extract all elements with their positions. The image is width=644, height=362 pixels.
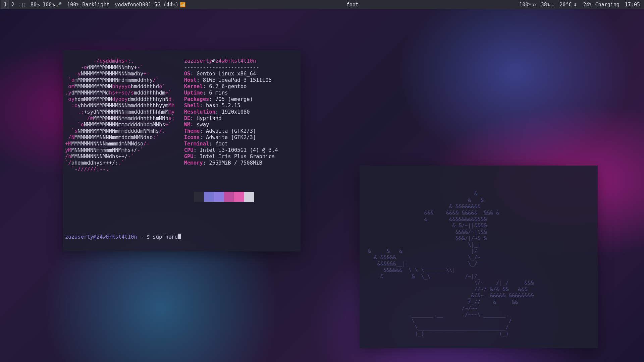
temperature-indicator[interactable]: 20°C 🌡: [557, 0, 580, 9]
cpu-text: 100%: [519, 2, 531, 8]
window-title: foot: [188, 2, 517, 8]
disk-indicator[interactable]: 38% ≡: [538, 0, 557, 9]
workspace-1[interactable]: 1: [1, 0, 9, 9]
wifi-text: vodafoneD001-5G (44%): [115, 2, 179, 8]
cpu-icon: ⚙: [533, 2, 535, 7]
color-swatch-1: [204, 192, 214, 202]
workspace-2[interactable]: 2: [9, 0, 17, 9]
wifi-indicator[interactable]: vodafoneD001-5G (44%) 📶: [112, 0, 189, 9]
prompt-command: sup nerd: [153, 234, 178, 240]
spacer: [65, 208, 299, 215]
battery-indicator[interactable]: 24% Charging: [580, 0, 622, 9]
color-swatch-3: [224, 192, 234, 202]
disk-text: 38%: [541, 2, 550, 8]
neofetch-output: -/oyddmdhs+:. zazaserty@z4w0rkst4t10n -o…: [65, 58, 299, 173]
volume-indicator[interactable]: 80% 100% 🎤: [28, 0, 64, 9]
color-swatches: [194, 192, 299, 202]
terminal-neofetch[interactable]: -/oyddmdhs+:. zazaserty@z4w0rkst4t10n -o…: [63, 50, 301, 251]
bar-left: 1 2 👁⃠ 80% 100% 🎤 100% Backlight vodafon…: [1, 0, 188, 9]
spacer: [65, 221, 299, 227]
bonsai-art: & & & & &&&&&&&& &&& &&&& &&&&& &&& & & …: [362, 191, 596, 337]
cursor: [178, 234, 181, 239]
backlight-indicator[interactable]: 100% Backlight: [64, 0, 112, 9]
prompt-symbol: $: [147, 234, 150, 240]
eye-slash-icon: 👁⃠: [19, 2, 25, 7]
wifi-icon: 📶: [180, 2, 185, 7]
status-bar: 1 2 👁⃠ 80% 100% 🎤 100% Backlight vodafon…: [0, 0, 644, 9]
temp-text: 20°C: [559, 2, 572, 8]
terminal-bonsai[interactable]: & & & & &&&&&&&& &&& &&&& &&&&& &&& & & …: [360, 166, 598, 348]
neofetch-blank: [65, 179, 299, 185]
color-swatch-2: [214, 192, 224, 202]
cpu-indicator[interactable]: 100% ⚙: [517, 0, 538, 9]
microphone-icon: 🎤: [56, 2, 62, 7]
color-swatch-0: [194, 192, 204, 202]
color-swatch-5: [244, 192, 254, 202]
clock[interactable]: 17:05: [622, 0, 643, 9]
thermometer-icon: 🌡: [573, 2, 578, 7]
privacy-indicator[interactable]: 👁⃠: [17, 0, 28, 9]
color-swatch-4: [234, 192, 244, 202]
prompt-cwd: ~: [140, 234, 143, 240]
prompt-user-host: zazaserty@z4w0rkst4t10n: [65, 234, 137, 240]
bar-right: 100% ⚙ 38% ≡ 20°C 🌡 24% Charging 17:05: [517, 0, 643, 9]
prompt-line[interactable]: zazaserty@z4w0rkst4t10n ~ $ sup nerd: [65, 234, 299, 240]
volume-text: 80% 100%: [31, 2, 55, 8]
disk-icon: ≡: [551, 2, 554, 7]
